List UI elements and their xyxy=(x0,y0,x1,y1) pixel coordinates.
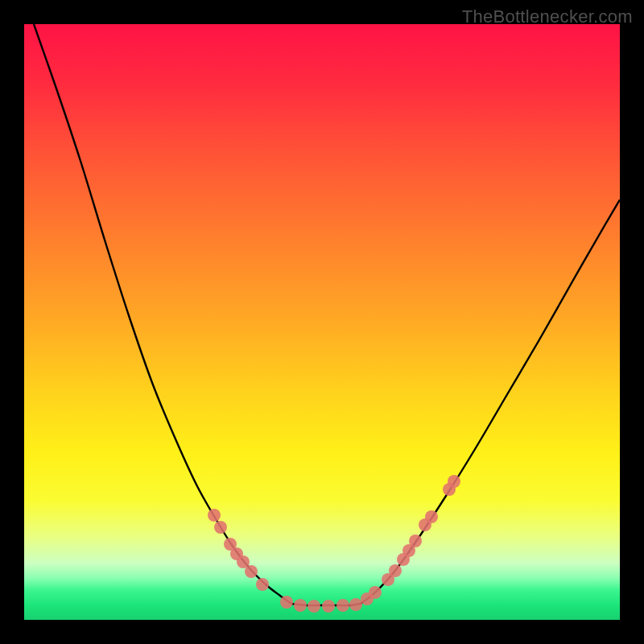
highlight-dot xyxy=(280,596,293,609)
highlight-dots-group xyxy=(208,475,460,613)
left-curve-path xyxy=(34,24,291,604)
highlight-dot xyxy=(448,475,460,488)
highlight-dot xyxy=(425,510,438,523)
highlight-dot xyxy=(369,586,382,599)
chart-frame xyxy=(24,24,620,620)
highlight-dot xyxy=(308,600,320,613)
highlight-dot xyxy=(208,509,221,522)
highlight-dot xyxy=(214,521,227,534)
watermark-text: TheBottlenecker.com xyxy=(462,6,633,27)
highlight-dot xyxy=(336,599,349,612)
right-curve-path xyxy=(361,200,620,604)
highlight-dot xyxy=(349,598,362,611)
highlight-dot xyxy=(245,565,258,578)
highlight-dot xyxy=(322,600,335,613)
highlight-dot xyxy=(256,578,269,591)
highlight-dot xyxy=(389,564,402,577)
highlight-dot xyxy=(294,599,307,612)
chart-svg xyxy=(24,24,620,620)
highlight-dot xyxy=(409,535,422,547)
